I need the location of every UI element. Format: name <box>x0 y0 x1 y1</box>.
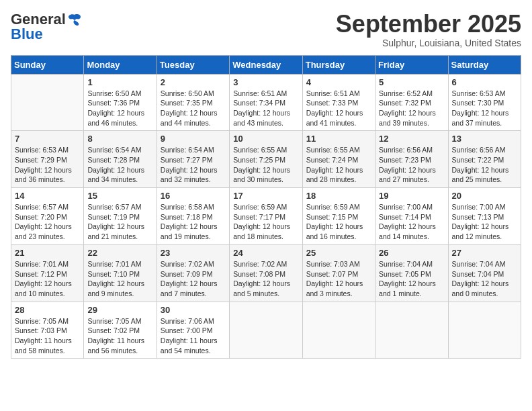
day-number: 22 <box>87 248 152 258</box>
calendar-day-cell: 30Sunrise: 7:06 AM Sunset: 7:00 PM Dayli… <box>157 302 229 359</box>
calendar-day-cell: 14Sunrise: 6:57 AM Sunset: 7:20 PM Dayli… <box>11 188 84 245</box>
calendar-day-cell <box>448 302 521 359</box>
calendar-day-cell: 16Sunrise: 6:58 AM Sunset: 7:18 PM Dayli… <box>157 188 229 245</box>
weekday-header-thursday: Thursday <box>302 55 375 74</box>
calendar-day-cell: 4Sunrise: 6:51 AM Sunset: 7:33 PM Daylig… <box>302 74 375 131</box>
logo-bird-icon <box>67 12 82 27</box>
day-info: Sunrise: 6:56 AM Sunset: 7:22 PM Dayligh… <box>452 145 517 185</box>
month-title: September 2025 <box>336 11 521 38</box>
day-info: Sunrise: 6:59 AM Sunset: 7:17 PM Dayligh… <box>233 202 298 242</box>
calendar-table: SundayMondayTuesdayWednesdayThursdayFrid… <box>11 55 521 359</box>
day-info: Sunrise: 6:51 AM Sunset: 7:34 PM Dayligh… <box>233 89 298 128</box>
day-info: Sunrise: 7:05 AM Sunset: 7:02 PM Dayligh… <box>87 316 152 356</box>
day-number: 16 <box>161 191 226 201</box>
title-block: September 2025 Sulphur, Louisiana, Unite… <box>336 11 521 48</box>
day-info: Sunrise: 6:56 AM Sunset: 7:23 PM Dayligh… <box>379 145 444 185</box>
day-info: Sunrise: 7:05 AM Sunset: 7:03 PM Dayligh… <box>15 316 80 356</box>
calendar-day-cell: 27Sunrise: 7:04 AM Sunset: 7:04 PM Dayli… <box>448 244 521 302</box>
day-info: Sunrise: 6:53 AM Sunset: 7:29 PM Dayligh… <box>15 145 80 185</box>
day-number: 26 <box>379 248 444 258</box>
calendar-day-cell: 3Sunrise: 6:51 AM Sunset: 7:34 PM Daylig… <box>230 74 302 131</box>
location-text: Sulphur, Louisiana, United States <box>336 38 521 48</box>
day-number: 2 <box>161 77 226 87</box>
weekday-header-wednesday: Wednesday <box>230 55 302 74</box>
day-info: Sunrise: 6:50 AM Sunset: 7:36 PM Dayligh… <box>87 89 152 128</box>
calendar-day-cell: 10Sunrise: 6:55 AM Sunset: 7:25 PM Dayli… <box>230 131 302 188</box>
day-number: 23 <box>161 248 226 258</box>
day-number: 11 <box>306 134 371 144</box>
calendar-week-row: 21Sunrise: 7:01 AM Sunset: 7:12 PM Dayli… <box>11 244 521 302</box>
logo-blue-text: Blue <box>11 26 43 43</box>
calendar-day-cell: 15Sunrise: 6:57 AM Sunset: 7:19 PM Dayli… <box>84 188 157 245</box>
calendar-week-row: 7Sunrise: 6:53 AM Sunset: 7:29 PM Daylig… <box>11 131 521 188</box>
calendar-day-cell: 6Sunrise: 6:53 AM Sunset: 7:30 PM Daylig… <box>448 74 521 131</box>
day-info: Sunrise: 6:54 AM Sunset: 7:27 PM Dayligh… <box>161 145 226 185</box>
calendar-day-cell <box>302 302 375 359</box>
calendar-week-row: 28Sunrise: 7:05 AM Sunset: 7:03 PM Dayli… <box>11 302 521 359</box>
day-info: Sunrise: 7:00 AM Sunset: 7:14 PM Dayligh… <box>379 202 444 242</box>
calendar-day-cell: 26Sunrise: 7:04 AM Sunset: 7:05 PM Dayli… <box>375 244 448 302</box>
day-info: Sunrise: 7:01 AM Sunset: 7:10 PM Dayligh… <box>87 259 152 299</box>
day-info: Sunrise: 6:50 AM Sunset: 7:35 PM Dayligh… <box>161 89 226 128</box>
day-number: 18 <box>306 191 371 201</box>
day-number: 9 <box>161 134 226 144</box>
calendar-day-cell: 11Sunrise: 6:55 AM Sunset: 7:24 PM Dayli… <box>302 131 375 188</box>
calendar-day-cell: 19Sunrise: 7:00 AM Sunset: 7:14 PM Dayli… <box>375 188 448 245</box>
day-number: 19 <box>379 191 444 201</box>
day-number: 14 <box>15 191 80 201</box>
calendar-day-cell: 17Sunrise: 6:59 AM Sunset: 7:17 PM Dayli… <box>230 188 302 245</box>
calendar-day-cell: 18Sunrise: 6:59 AM Sunset: 7:15 PM Dayli… <box>302 188 375 245</box>
calendar-day-cell: 25Sunrise: 7:03 AM Sunset: 7:07 PM Dayli… <box>302 244 375 302</box>
calendar-week-row: 14Sunrise: 6:57 AM Sunset: 7:20 PM Dayli… <box>11 188 521 245</box>
day-number: 1 <box>87 77 152 87</box>
day-number: 12 <box>379 134 444 144</box>
weekday-header-tuesday: Tuesday <box>157 55 229 74</box>
calendar-day-cell: 20Sunrise: 7:00 AM Sunset: 7:13 PM Dayli… <box>448 188 521 245</box>
day-info: Sunrise: 7:02 AM Sunset: 7:09 PM Dayligh… <box>161 259 226 299</box>
day-number: 5 <box>379 77 444 87</box>
day-info: Sunrise: 7:04 AM Sunset: 7:05 PM Dayligh… <box>379 259 444 299</box>
day-info: Sunrise: 6:57 AM Sunset: 7:19 PM Dayligh… <box>87 202 152 242</box>
calendar-day-cell: 13Sunrise: 6:56 AM Sunset: 7:22 PM Dayli… <box>448 131 521 188</box>
calendar-day-cell: 2Sunrise: 6:50 AM Sunset: 7:35 PM Daylig… <box>157 74 229 131</box>
day-number: 24 <box>233 248 298 258</box>
day-info: Sunrise: 6:57 AM Sunset: 7:20 PM Dayligh… <box>15 202 80 242</box>
calendar-day-cell: 23Sunrise: 7:02 AM Sunset: 7:09 PM Dayli… <box>157 244 229 302</box>
day-info: Sunrise: 7:04 AM Sunset: 7:04 PM Dayligh… <box>452 259 517 299</box>
day-info: Sunrise: 7:03 AM Sunset: 7:07 PM Dayligh… <box>306 259 371 299</box>
logo: General Blue <box>11 11 82 43</box>
day-info: Sunrise: 6:52 AM Sunset: 7:32 PM Dayligh… <box>379 89 444 128</box>
calendar-day-cell: 21Sunrise: 7:01 AM Sunset: 7:12 PM Dayli… <box>11 244 84 302</box>
day-number: 29 <box>87 305 152 315</box>
calendar-day-cell <box>375 302 448 359</box>
day-info: Sunrise: 6:58 AM Sunset: 7:18 PM Dayligh… <box>161 202 226 242</box>
day-number: 10 <box>233 134 298 144</box>
day-number: 30 <box>161 305 226 315</box>
calendar-week-row: 1Sunrise: 6:50 AM Sunset: 7:36 PM Daylig… <box>11 74 521 131</box>
calendar-day-cell: 29Sunrise: 7:05 AM Sunset: 7:02 PM Dayli… <box>84 302 157 359</box>
calendar-day-cell <box>11 74 84 131</box>
weekday-header-monday: Monday <box>84 55 157 74</box>
calendar-day-cell: 9Sunrise: 6:54 AM Sunset: 7:27 PM Daylig… <box>157 131 229 188</box>
day-number: 3 <box>233 77 298 87</box>
day-number: 4 <box>306 77 371 87</box>
page-header: General Blue September 2025 Sulphur, Lou… <box>11 11 521 48</box>
calendar-day-cell <box>230 302 302 359</box>
day-info: Sunrise: 6:59 AM Sunset: 7:15 PM Dayligh… <box>306 202 371 242</box>
day-number: 13 <box>452 134 517 144</box>
day-number: 28 <box>15 305 80 315</box>
day-number: 25 <box>306 248 371 258</box>
calendar-day-cell: 1Sunrise: 6:50 AM Sunset: 7:36 PM Daylig… <box>84 74 157 131</box>
day-number: 6 <box>452 77 517 87</box>
calendar-day-cell: 7Sunrise: 6:53 AM Sunset: 7:29 PM Daylig… <box>11 131 84 188</box>
calendar-day-cell: 28Sunrise: 7:05 AM Sunset: 7:03 PM Dayli… <box>11 302 84 359</box>
day-info: Sunrise: 7:02 AM Sunset: 7:08 PM Dayligh… <box>233 259 298 299</box>
day-info: Sunrise: 7:00 AM Sunset: 7:13 PM Dayligh… <box>452 202 517 242</box>
calendar-day-cell: 22Sunrise: 7:01 AM Sunset: 7:10 PM Dayli… <box>84 244 157 302</box>
day-number: 21 <box>15 248 80 258</box>
day-number: 17 <box>233 191 298 201</box>
day-info: Sunrise: 6:53 AM Sunset: 7:30 PM Dayligh… <box>452 89 517 128</box>
weekday-header-row: SundayMondayTuesdayWednesdayThursdayFrid… <box>11 55 521 74</box>
calendar-day-cell: 8Sunrise: 6:54 AM Sunset: 7:28 PM Daylig… <box>84 131 157 188</box>
day-number: 27 <box>452 248 517 258</box>
